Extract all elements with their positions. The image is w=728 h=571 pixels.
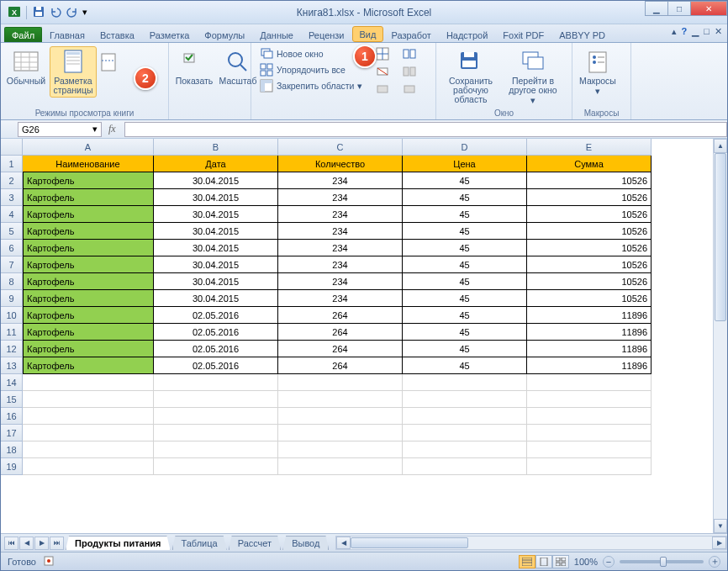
table-cell[interactable]: 10526 (527, 256, 652, 273)
col-header-E[interactable]: E (527, 139, 652, 156)
hide-button[interactable] (372, 64, 393, 79)
table-cell[interactable]: 45 (403, 172, 527, 189)
col-header-B[interactable]: B (154, 139, 278, 156)
table-header[interactable]: Наименование (23, 156, 154, 172)
scroll-left-icon[interactable]: ◀ (336, 537, 351, 549)
row-header[interactable]: 8 (1, 273, 23, 290)
empty-cell[interactable] (403, 374, 527, 391)
sheet-nav-next[interactable]: ▶ (34, 537, 49, 550)
table-cell[interactable]: 02.05.2016 (154, 357, 278, 374)
table-cell[interactable]: 45 (403, 223, 527, 240)
empty-cell[interactable] (403, 408, 527, 425)
tab-рецензи[interactable]: Рецензи (301, 27, 352, 42)
empty-cell[interactable] (527, 408, 652, 425)
undo-icon[interactable] (49, 5, 62, 20)
empty-cell[interactable] (527, 391, 652, 408)
table-header[interactable]: Цена (403, 156, 527, 172)
name-box[interactable]: G26▾ (18, 122, 102, 137)
row-header[interactable]: 12 (1, 341, 23, 357)
table-cell[interactable]: 45 (403, 256, 527, 273)
unhide-button[interactable] (372, 82, 393, 97)
status-normal-view[interactable] (519, 555, 535, 568)
row-header[interactable]: 18 (1, 441, 23, 458)
tab-разметка[interactable]: Разметка (142, 27, 198, 42)
table-cell[interactable]: 10526 (527, 240, 652, 256)
empty-cell[interactable] (278, 441, 403, 458)
row-header[interactable]: 2 (1, 172, 23, 189)
col-header-A[interactable]: A (23, 139, 154, 156)
empty-cell[interactable] (278, 458, 403, 475)
empty-cell[interactable] (23, 374, 154, 391)
sheet-nav-first[interactable]: ⏮ (4, 537, 18, 550)
zoom-slider[interactable] (620, 560, 704, 563)
tab-разработ[interactable]: Разработ (383, 27, 438, 42)
reset-pos-button[interactable] (399, 82, 419, 97)
table-cell[interactable]: 45 (403, 341, 527, 357)
doc-close-icon[interactable]: ✕ (715, 26, 722, 37)
table-cell[interactable]: 10526 (527, 223, 652, 240)
table-cell[interactable]: 234 (278, 223, 403, 240)
table-cell[interactable]: 10526 (527, 290, 652, 307)
empty-cell[interactable] (154, 458, 278, 475)
table-cell[interactable]: 11896 (527, 324, 652, 341)
qat-dropdown-icon[interactable]: ▾ (82, 7, 87, 18)
empty-cell[interactable] (154, 408, 278, 425)
table-cell[interactable]: Картофель (23, 324, 154, 341)
table-cell[interactable]: 30.04.2015 (154, 240, 278, 256)
redo-icon[interactable] (66, 5, 79, 20)
empty-cell[interactable] (278, 408, 403, 425)
table-cell[interactable]: 234 (278, 206, 403, 223)
table-cell[interactable]: Картофель (23, 307, 154, 324)
empty-cell[interactable] (23, 408, 154, 425)
table-cell[interactable]: 30.04.2015 (154, 172, 278, 189)
table-cell[interactable]: 45 (403, 324, 527, 341)
save-workspace-button[interactable]: Сохранить рабочую область (441, 46, 500, 107)
empty-cell[interactable] (154, 374, 278, 391)
empty-cell[interactable] (403, 425, 527, 441)
status-pagelayout-view[interactable] (535, 555, 552, 568)
table-cell[interactable]: 264 (278, 357, 403, 374)
minimize-button[interactable]: ▁ (645, 1, 668, 16)
table-cell[interactable]: 10526 (527, 206, 652, 223)
table-cell[interactable]: 11896 (527, 307, 652, 324)
empty-cell[interactable] (527, 425, 652, 441)
empty-cell[interactable] (403, 458, 527, 475)
zoom-level[interactable]: 100% (574, 557, 598, 567)
table-cell[interactable]: 30.04.2015 (154, 290, 278, 307)
table-cell[interactable]: 234 (278, 240, 403, 256)
empty-cell[interactable] (154, 441, 278, 458)
table-cell[interactable]: 264 (278, 341, 403, 357)
row-header[interactable]: 19 (1, 458, 23, 475)
empty-cell[interactable] (154, 425, 278, 441)
table-cell[interactable]: Картофель (23, 172, 154, 189)
page-layout-view-button[interactable]: Разметка страницы (50, 46, 97, 98)
zoom-in-button[interactable]: ＋ (709, 556, 720, 568)
table-cell[interactable]: 02.05.2016 (154, 307, 278, 324)
empty-cell[interactable] (23, 391, 154, 408)
table-cell[interactable]: Картофель (23, 223, 154, 240)
table-cell[interactable]: 10526 (527, 189, 652, 206)
table-cell[interactable]: 11896 (527, 357, 652, 374)
save-icon[interactable] (32, 5, 45, 20)
row-header[interactable]: 6 (1, 240, 23, 256)
empty-cell[interactable] (23, 458, 154, 475)
row-header[interactable]: 14 (1, 374, 23, 391)
macro-record-icon[interactable] (43, 555, 55, 568)
table-cell[interactable]: 02.05.2016 (154, 341, 278, 357)
arrange-all-button[interactable]: Упорядочить все (256, 62, 366, 77)
table-cell[interactable]: 234 (278, 273, 403, 290)
vscroll-thumb[interactable] (715, 153, 726, 321)
tab-формулы[interactable]: Формулы (197, 27, 252, 42)
table-cell[interactable]: 45 (403, 189, 527, 206)
tab-вставка[interactable]: Вставка (92, 27, 142, 42)
empty-cell[interactable] (278, 391, 403, 408)
row-header[interactable]: 16 (1, 408, 23, 425)
table-cell[interactable]: 30.04.2015 (154, 206, 278, 223)
sheet-tab[interactable]: Вывод (282, 536, 329, 550)
switch-windows-button[interactable]: Перейти в другое окно ▾ (504, 46, 562, 108)
pagebreak-preview-button[interactable] (100, 46, 117, 78)
table-cell[interactable]: Картофель (23, 341, 154, 357)
table-header[interactable]: Дата (154, 156, 278, 172)
row-header[interactable]: 9 (1, 290, 23, 307)
table-cell[interactable]: 234 (278, 172, 403, 189)
